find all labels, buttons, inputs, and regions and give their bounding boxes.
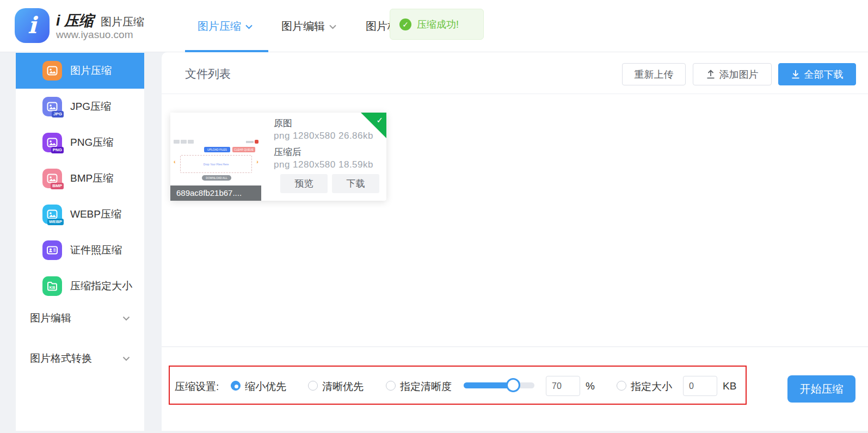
start-compress-button[interactable]: 开始压缩 <box>787 375 855 403</box>
reupload-label: 重新上传 <box>635 68 674 81</box>
sidebar-item-label: 图片压缩 <box>70 64 112 78</box>
radio-clarity-priority[interactable] <box>308 381 318 391</box>
mock-clear-button: CLEAR QUEUE <box>232 147 255 152</box>
brand-url: www.iyasuo.com <box>56 29 133 41</box>
original-info: png 1280x580 26.86kb <box>274 131 373 141</box>
success-check-icon: ✓ <box>399 18 411 30</box>
upload-icon <box>706 70 715 79</box>
sidebar-section-image-edit[interactable]: 图片编辑 <box>16 309 144 327</box>
radio-label-custom-clarity[interactable]: 指定清晰度 <box>400 380 452 394</box>
compressed-label: 压缩后 <box>274 146 301 158</box>
bmp-compress-icon: BMP <box>42 169 62 188</box>
slider-thumb[interactable] <box>506 378 520 392</box>
mock-dropzone: Drop Your Files Here <box>180 155 252 173</box>
sidebar-item-label: PNG压缩 <box>70 135 113 150</box>
sidebar-item-label: BMP压缩 <box>70 171 113 185</box>
brand-line: i 压缩 图片压缩 <box>56 11 144 30</box>
page-title: 文件列表 <box>185 66 231 82</box>
toast-message: 压缩成功! <box>417 18 459 31</box>
format-badge: WEBP <box>47 219 64 225</box>
settings-divider <box>162 347 868 347</box>
sidebar-section-format-convert[interactable]: 图片格式转换 <box>16 349 144 368</box>
sidebar-item-webp-compress[interactable]: WEBP WEBP压缩 <box>16 196 144 232</box>
radio-target-size[interactable] <box>617 381 626 391</box>
sidebar-item-id-photo-compress[interactable]: 证件照压缩 <box>16 232 144 268</box>
format-badge: BMP <box>51 183 64 189</box>
app-root: i i 压缩 图片压缩 www.iyasuo.com 图片压缩 图片编辑 图片格… <box>0 0 868 433</box>
brand-product: 图片压缩 <box>101 15 144 29</box>
quality-unit: % <box>586 380 595 392</box>
success-toast: ✓ 压缩成功! <box>390 9 484 40</box>
reupload-button[interactable]: 重新上传 <box>622 63 686 85</box>
header: i i 压缩 图片压缩 www.iyasuo.com 图片压缩 图片编辑 图片格… <box>0 0 868 52</box>
png-compress-icon: PNG <box>42 133 62 152</box>
mock-header-right <box>246 140 258 144</box>
file-card: UPLOAD FILES CLEAR QUEUE Drop Your Files… <box>170 113 386 201</box>
nav-tab-image-edit[interactable]: 图片编辑 <box>281 0 336 52</box>
brand-logo-icon[interactable]: i <box>15 8 50 43</box>
original-label: 原图 <box>274 117 292 129</box>
section-label: 图片编辑 <box>30 311 71 325</box>
sidebar-item-jpg-compress[interactable]: JPG JPG压缩 <box>16 89 144 125</box>
corner-check-icon: ✓ <box>376 115 383 125</box>
quality-slider[interactable] <box>464 382 534 388</box>
nav-tab-label: 图片编辑 <box>281 19 325 34</box>
sidebar-item-label: WEBP压缩 <box>70 207 121 221</box>
sidebar-item-bmp-compress[interactable]: BMP BMP压缩 <box>16 160 144 196</box>
radio-label-target-size[interactable]: 指定大小 <box>631 380 672 394</box>
add-image-label: 添加图片 <box>719 68 759 81</box>
download-button[interactable]: 下载 <box>332 174 379 193</box>
filename-label: 689ac8fb21b67.... <box>170 185 261 201</box>
sidebar-item-label: 证件照压缩 <box>70 243 122 257</box>
format-badge: PNG <box>51 147 64 153</box>
file-thumbnail[interactable]: UPLOAD FILES CLEAR QUEUE Drop Your Files… <box>170 113 261 201</box>
add-image-button[interactable]: 添加图片 <box>693 63 772 85</box>
sidebar: 图片压缩 JPG JPG压缩 PNG PNG压缩 BMP BMP压缩 <box>16 52 144 431</box>
sidebar-item-label: 压缩指定大小 <box>70 279 132 293</box>
download-icon <box>791 70 800 79</box>
id-photo-icon <box>42 240 62 260</box>
quality-input[interactable] <box>546 376 580 396</box>
download-all-label: 全部下载 <box>804 68 844 81</box>
download-all-button[interactable]: 全部下载 <box>778 63 856 85</box>
preview-button[interactable]: 预览 <box>280 174 328 193</box>
size-input[interactable] <box>683 376 717 396</box>
chevron-down-icon <box>245 24 253 29</box>
active-tab-underline <box>185 50 268 52</box>
jpg-compress-icon: JPG <box>42 97 62 116</box>
header-divider <box>162 94 868 94</box>
sidebar-item-image-compress[interactable]: 图片压缩 <box>16 53 144 89</box>
sidebar-item-png-compress[interactable]: PNG PNG压缩 <box>16 125 144 160</box>
brand-name: i 压缩 <box>56 11 94 30</box>
format-badge: JPG <box>52 111 64 117</box>
section-label: 图片格式转换 <box>30 351 92 366</box>
mock-download-button: DOWNLOAD ALL <box>202 175 231 181</box>
mock-next-arrow: › <box>256 158 258 165</box>
sidebar-item-target-size-compress[interactable]: KB 压缩指定大小 <box>16 268 144 304</box>
bottom-strip <box>0 431 868 433</box>
nav-tab-label: 图片压缩 <box>198 19 241 34</box>
compressed-info: png 1280x580 18.59kb <box>274 159 373 170</box>
radio-label-shrink[interactable]: 缩小优先 <box>245 380 286 394</box>
kb-size-icon: KB <box>42 276 62 296</box>
webp-compress-icon: WEBP <box>42 205 62 224</box>
radio-shrink-priority[interactable] <box>231 381 241 391</box>
radio-custom-clarity[interactable] <box>386 381 396 391</box>
thumbnail-preview: UPLOAD FILES CLEAR QUEUE Drop Your Files… <box>170 137 261 185</box>
radio-label-clarity[interactable]: 清晰优先 <box>322 380 364 394</box>
size-unit: KB <box>723 380 736 392</box>
logo-letter: i <box>28 14 36 37</box>
image-compress-icon <box>42 61 62 81</box>
mock-upload-button: UPLOAD FILES <box>204 147 230 152</box>
chevron-down-icon <box>329 24 336 29</box>
sidebar-item-label: JPG压缩 <box>70 100 111 114</box>
nav-tab-image-compress[interactable]: 图片压缩 <box>198 0 253 52</box>
mock-prev-arrow: ‹ <box>174 158 176 165</box>
chevron-down-icon <box>122 316 130 321</box>
mock-tabs <box>174 140 194 144</box>
chevron-down-icon <box>122 356 130 361</box>
settings-label: 压缩设置: <box>175 380 219 394</box>
svg-text:KB: KB <box>50 285 56 290</box>
